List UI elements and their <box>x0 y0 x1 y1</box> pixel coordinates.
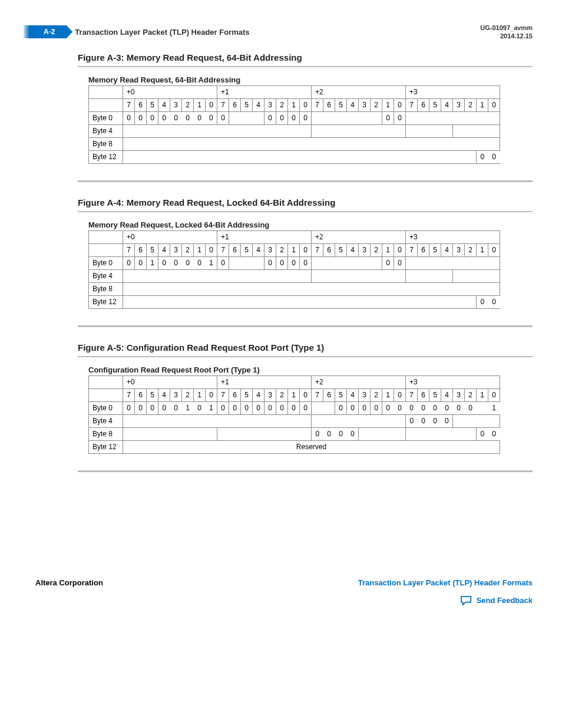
bit-label: 4 <box>158 388 170 401</box>
bit-cell: 0 <box>288 401 300 414</box>
bit-cell: 0 <box>265 401 276 414</box>
row-label: Byte 8 <box>89 427 123 440</box>
bit-label: 6 <box>135 98 147 111</box>
bit-cell <box>123 414 312 427</box>
bit-cell: 0 <box>359 401 371 414</box>
bit-label: 6 <box>323 388 335 401</box>
bit-cell <box>123 427 217 440</box>
bit-cell: 0 <box>170 256 182 269</box>
row-label: Byte 8 <box>89 282 123 295</box>
bit-cell: 0 <box>158 256 170 269</box>
bit-cell <box>312 111 382 124</box>
bit-label: 4 <box>253 98 265 111</box>
bit-cell: 0 <box>394 401 406 414</box>
bit-cell: 0 <box>217 401 229 414</box>
bit-label: 2 <box>465 388 477 401</box>
bit-cell: 0 <box>300 401 312 414</box>
bit-cell <box>406 256 500 269</box>
byte-offset: +0 <box>123 375 217 388</box>
bit-cell <box>312 256 382 269</box>
byte-offset: +0 <box>123 85 217 98</box>
tlp-header-table: +0+1+2+376543210765432107654321076543210… <box>88 230 500 309</box>
byte-offset: +2 <box>312 375 406 388</box>
bit-cell: 0 <box>276 256 288 269</box>
bit-cell: 0 <box>477 427 488 440</box>
table-caption: Memory Read Request, 64-Bit Addressing <box>88 75 533 84</box>
footer-corp: Altera Corporation <box>35 578 103 587</box>
bit-label: 6 <box>418 243 429 256</box>
bit-label: 1 <box>194 243 206 256</box>
bit-cell <box>312 401 335 414</box>
bit-cell <box>406 124 453 137</box>
bit-label: 2 <box>371 98 382 111</box>
bit-cell: 0 <box>147 111 158 124</box>
bit-cell <box>123 269 312 282</box>
bit-label: 1 <box>194 98 206 111</box>
bit-cell: 0 <box>335 427 347 440</box>
bit-cell: 0 <box>488 295 500 308</box>
bit-label: 1 <box>477 98 488 111</box>
bit-label: 5 <box>429 98 441 111</box>
bit-label: 6 <box>229 243 241 256</box>
bit-label: 0 <box>488 243 500 256</box>
bit-label: 0 <box>394 243 406 256</box>
row-label: Byte 12 <box>89 295 123 308</box>
bit-cell: 0 <box>288 256 300 269</box>
bit-cell <box>453 414 500 427</box>
bit-cell: 0 <box>394 256 406 269</box>
send-feedback-link[interactable]: Send Feedback <box>477 596 533 605</box>
bit-cell: 0 <box>147 401 158 414</box>
bit-label: 0 <box>300 243 312 256</box>
byte-offset: +1 <box>217 230 312 243</box>
bit-label: 0 <box>206 243 217 256</box>
bit-label: 4 <box>158 98 170 111</box>
bit-cell: 0 <box>347 401 359 414</box>
table-caption: Configuration Read Request Root Port (Ty… <box>88 365 533 374</box>
bit-cell: 1 <box>147 256 158 269</box>
bit-label: 6 <box>229 98 241 111</box>
bit-cell <box>123 295 477 308</box>
bit-label: 0 <box>394 98 406 111</box>
bit-label: 3 <box>359 388 371 401</box>
bit-cell: 0 <box>276 111 288 124</box>
bit-label: 1 <box>382 388 394 401</box>
bit-label: 6 <box>418 388 429 401</box>
bit-label: 7 <box>217 98 229 111</box>
bit-label: 6 <box>229 388 241 401</box>
bit-cell: 0 <box>406 401 418 414</box>
section-rule <box>78 470 533 472</box>
bit-label: 5 <box>335 243 347 256</box>
blank-cell <box>89 230 123 243</box>
feedback-icon[interactable] <box>460 595 473 606</box>
bit-label: 2 <box>465 243 477 256</box>
bit-label: 5 <box>147 388 158 401</box>
bit-cell: 0 <box>382 256 394 269</box>
bit-label: 7 <box>406 388 418 401</box>
bit-label: 5 <box>335 388 347 401</box>
bit-label: 1 <box>194 388 206 401</box>
bit-label: 7 <box>217 388 229 401</box>
bit-cell: 0 <box>477 295 488 308</box>
row-label: Byte 4 <box>89 414 123 427</box>
bit-label: 5 <box>241 98 253 111</box>
bit-cell: 0 <box>418 401 429 414</box>
bit-label: 4 <box>441 243 453 256</box>
bit-label: 2 <box>371 243 382 256</box>
bit-label: 0 <box>394 388 406 401</box>
bit-label: 3 <box>453 243 465 256</box>
bit-cell: 0 <box>406 414 418 427</box>
byte-offset: +3 <box>406 85 500 98</box>
bit-cell: 0 <box>300 111 312 124</box>
bit-label: 2 <box>276 98 288 111</box>
footer-link[interactable]: Transaction Layer Packet (TLP) Header Fo… <box>358 578 533 587</box>
bit-label: 7 <box>123 243 135 256</box>
byte-offset: +1 <box>217 375 312 388</box>
bit-label: 1 <box>382 98 394 111</box>
figure-rule <box>78 211 533 212</box>
bit-label: 0 <box>300 98 312 111</box>
bit-label: 6 <box>418 98 429 111</box>
row-label: Byte 4 <box>89 269 123 282</box>
bit-label: 2 <box>182 98 194 111</box>
tlp-header-table: +0+1+2+376543210765432107654321076543210… <box>88 375 500 454</box>
bit-cell: 0 <box>477 150 488 163</box>
